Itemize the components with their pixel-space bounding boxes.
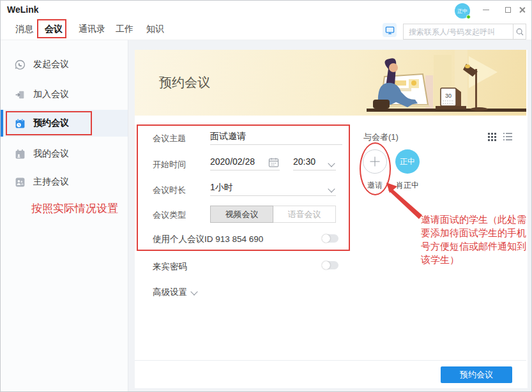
- toggle-knob: [322, 234, 330, 243]
- start-time-label: 开始时间: [153, 159, 186, 170]
- maximize-icon: [505, 7, 511, 13]
- plus-icon: [370, 157, 380, 167]
- subject-label: 会议主题: [153, 133, 186, 144]
- participants-annotation-text: 邀请面试的学生（此处需要添加待面试学生的手机号方便短信或邮件通知到该学生）: [421, 213, 531, 267]
- grid-view-icon: [488, 133, 496, 141]
- schedule-submit-button[interactable]: 预约会议: [441, 366, 512, 383]
- tab-contacts[interactable]: 通讯录: [79, 24, 105, 35]
- welink-window: WeLink 正中 消息 会议 通讯录 工作 知识: [0, 0, 532, 392]
- close-button[interactable]: [516, 4, 528, 15]
- participants-title: 与会者(1): [363, 132, 399, 143]
- advanced-settings-button[interactable]: 高级设置: [153, 287, 197, 298]
- sidebar: 发起会议 加入会议 预约会议: [1, 40, 128, 391]
- type-video-button[interactable]: 视频会议: [210, 206, 273, 223]
- invite-label: 邀请: [363, 180, 387, 191]
- grid-view-button[interactable]: [487, 132, 497, 141]
- footer-divider: [135, 360, 526, 361]
- sidebar-item-label: 发起会议: [33, 59, 69, 70]
- sidebar-item-start-meeting[interactable]: 发起会议: [1, 52, 128, 77]
- guest-password-label: 来宾密码: [153, 261, 187, 273]
- maximize-button[interactable]: [502, 4, 513, 15]
- search-icon: [515, 27, 524, 36]
- sidebar-item-label: 主持会议: [33, 176, 69, 188]
- calendar-icon: [268, 157, 279, 168]
- join-door-icon: [15, 89, 26, 100]
- list-view-icon: [503, 133, 512, 140]
- banner-illustration: 30: [367, 50, 526, 116]
- screen-share-button[interactable]: [383, 23, 397, 37]
- sidebar-item-schedule-meeting[interactable]: 预约会议: [1, 110, 128, 137]
- chevron-down-icon: [329, 161, 335, 167]
- schedule-meeting-panel: 预约会议: [135, 50, 528, 388]
- chevron-down-icon: [190, 288, 197, 295]
- app-title: WeLink: [7, 4, 39, 15]
- chevron-down-icon: [329, 186, 335, 192]
- participant-name: 肖正中: [391, 180, 424, 191]
- personal-id-label: 使用个人会议ID 913 854 690: [153, 234, 263, 245]
- calendar-schedule-icon: [15, 118, 26, 129]
- sidebar-item-label: 我的会议: [33, 148, 69, 160]
- sidebar-item-join-meeting[interactable]: 加入会议: [1, 82, 128, 107]
- minimize-icon: [483, 10, 489, 10]
- time-value: 20:30: [293, 156, 315, 167]
- invite-button[interactable]: [363, 149, 387, 174]
- participant-avatar-text: 正中: [400, 156, 415, 167]
- banner: 预约会议: [135, 50, 526, 116]
- annotation-box-meetings-tab: [37, 19, 66, 38]
- svg-text:30: 30: [445, 93, 452, 99]
- sidebar-annotation-text: 按照实际情况设置: [31, 201, 118, 216]
- sidebar-item-host-meeting[interactable]: 主持会议: [1, 169, 128, 195]
- date-picker[interactable]: 2020/02/28: [210, 156, 280, 170]
- host-people-icon: [15, 177, 26, 188]
- search-button[interactable]: [513, 24, 526, 39]
- duration-select[interactable]: 1小时: [210, 182, 336, 196]
- advanced-settings-label: 高级设置: [153, 287, 187, 298]
- date-value: 2020/02/28: [210, 156, 255, 167]
- list-view-button[interactable]: [503, 132, 512, 141]
- close-icon: [519, 6, 526, 13]
- phone-call-icon: [15, 59, 26, 70]
- type-label: 会议类型: [153, 209, 186, 221]
- toggle-knob: [322, 261, 330, 269]
- sidebar-item-my-meetings[interactable]: 我的会议: [1, 141, 128, 167]
- monitor-icon: [385, 26, 395, 35]
- personal-id-toggle[interactable]: [322, 234, 338, 243]
- title-bar: WeLink 正中: [1, 1, 531, 19]
- search-box: [403, 24, 526, 40]
- sidebar-item-label: 加入会议: [33, 89, 69, 100]
- time-picker[interactable]: 20:30: [293, 156, 336, 170]
- minimize-button[interactable]: [480, 4, 492, 15]
- sidebar-item-label: 预约会议: [33, 117, 69, 129]
- tab-knowledge[interactable]: 知识: [146, 24, 164, 35]
- subject-input[interactable]: 面试邀请: [210, 131, 342, 145]
- user-avatar-initials: 正中: [457, 8, 467, 15]
- duration-label: 会议时长: [153, 185, 186, 196]
- page-title: 预约会议: [159, 74, 210, 91]
- duration-value: 1小时: [210, 182, 233, 192]
- calendar-person-icon: [15, 149, 26, 160]
- meeting-type-toggle: 视频会议 语音会议: [210, 206, 336, 223]
- guest-password-toggle[interactable]: [322, 261, 338, 269]
- subject-value: 面试邀请: [210, 131, 246, 141]
- user-avatar[interactable]: 正中: [455, 3, 470, 19]
- type-voice-button[interactable]: 语音会议: [273, 206, 336, 223]
- tab-messages[interactable]: 消息: [15, 24, 33, 35]
- search-input[interactable]: [404, 24, 513, 39]
- tab-work[interactable]: 工作: [116, 24, 133, 35]
- participant-avatar[interactable]: 正中: [395, 149, 420, 174]
- nav-bar: 消息 会议 通讯录 工作 知识: [1, 19, 531, 40]
